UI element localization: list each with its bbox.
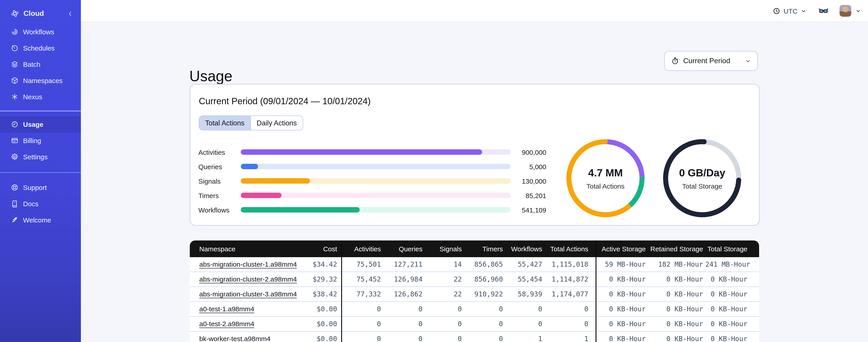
column-header-signals: Signals [425,240,464,257]
total-actions-value: 4.7 MM [588,167,623,179]
bar-fill [241,193,281,198]
namespace-usage-table: NamespaceCostActivitiesQueriesSignalsTim… [190,240,759,342]
sidebar-item-welcome[interactable]: Welcome [0,212,81,228]
brand-label: Cloud [24,9,44,18]
cell-queries: 126,984 [383,272,425,287]
sidebar-item-label: Schedules [23,44,55,52]
bar-label: Activities [198,148,241,156]
sidebar-item-usage[interactable]: Usage [0,116,81,132]
namespace-link[interactable]: abs-migration-cluster-1.a98mm4 [199,260,297,268]
welcome-icon [11,216,19,224]
table-row: a0-test-1.a98mm4$0.000000000 KB-Hour0 KB… [190,302,759,316]
bar-fill [241,207,360,212]
sidebar-divider [0,172,81,173]
cell-signals: 22 [425,272,464,287]
cell-active_storage: 59 MB-Hour [596,257,648,272]
sidebar-item-label: Settings [23,153,48,161]
namespace-link[interactable]: bk-worker-test.a98mm4 [199,335,271,342]
sidebar-item-namespaces[interactable]: Namespaces [0,72,81,89]
sidebar-item-batch[interactable]: Batch [0,56,81,72]
cell-activities: 75,501 [342,257,383,272]
cell-namespace: abs-migration-cluster-2.a98mm4 [190,272,301,287]
sidebar-item-schedules[interactable]: Schedules [0,40,81,56]
column-header-timers: Timers [464,240,505,257]
sidebar-item-billing[interactable]: Billing [0,132,81,149]
column-header-total_actions: Total Actions [545,240,596,257]
cell-timers: 0 [464,316,505,332]
bar-fill [241,178,310,184]
cell-cost: $29.32 [301,272,342,287]
sidebar: Cloud WorkflowsSchedulesBatchNamespacesN… [0,0,81,342]
namespace-link[interactable]: a0-test-1.a98mm4 [199,305,254,313]
usage-bars: Activities900,000Queries5,000Signals130,… [198,145,546,217]
bar-row-signals: Signals130,000 [198,174,546,188]
namespace-link[interactable]: abs-migration-cluster-3.a98mm4 [199,290,297,298]
cell-total_storage: 0 KB-Hour [705,272,759,287]
cell-namespace: a0-test-1.a98mm4 [190,302,301,316]
namespace-link[interactable]: abs-migration-cluster-2.a98mm4 [199,275,297,283]
sidebar-item-nexus[interactable]: Nexus [0,89,81,105]
cell-active_storage: 0 KB-Hour [596,332,648,342]
cell-total_actions: 1,115,018 [545,257,596,272]
bar-row-activities: Activities900,000 [198,145,546,159]
tab-total-actions[interactable]: Total Actions [199,116,250,130]
cell-total_storage: 0 KB-Hour [705,316,759,332]
bar-label: Signals [198,177,241,185]
sidebar-item-settings[interactable]: Settings [0,149,81,165]
chevron-down-icon [745,58,751,64]
feedback-glasses-icon[interactable] [818,6,829,16]
bar-value: 900,000 [510,148,546,156]
table-row: abs-migration-cluster-1.a98mm4$34.4275,5… [190,257,759,272]
cell-timers: 910,922 [464,287,505,302]
cell-signals: 0 [425,302,464,316]
period-selector-button[interactable]: Current Period [664,51,758,71]
sidebar-item-workflows[interactable]: Workflows [0,24,81,40]
sidebar-item-docs[interactable]: Docs [0,195,81,212]
cell-total_storage: 0 KB-Hour [705,332,759,342]
sidebar-item-support[interactable]: Support [0,179,81,195]
cell-namespace: abs-migration-cluster-1.a98mm4 [190,257,301,272]
namespace-link[interactable]: a0-test-2.a98mm4 [199,320,254,328]
app-window: Cloud WorkflowsSchedulesBatchNamespacesN… [0,0,868,342]
sidebar-item-label: Namespaces [23,76,63,84]
bar-track [241,207,510,212]
table-body: abs-migration-cluster-1.a98mm4$34.4275,5… [190,257,759,342]
cell-queries: 0 [383,316,425,332]
tab-daily-actions[interactable]: Daily Actions [250,116,303,130]
total-storage-value: 0 GB/Day [679,167,725,179]
current-period-panel: Current Period (09/01/2024 — 10/01/2024)… [190,84,760,226]
cell-queries: 0 [383,332,425,342]
cell-workflows: 55,427 [505,257,545,272]
cell-activities: 77,332 [342,287,383,302]
user-avatar[interactable] [840,5,851,17]
cell-total_storage: 0 KB-Hour [705,287,759,302]
cell-timers: 856,865 [464,257,505,272]
support-icon [11,183,19,191]
cell-namespace: abs-migration-cluster-3.a98mm4 [190,287,301,302]
table-row: bk-worker-test.a98mm4$0.000000110 KB-Hou… [190,332,759,342]
timezone-selector[interactable]: UTC [773,7,807,15]
nexus-icon [11,93,19,100]
cell-activities: 75,452 [342,272,383,287]
bar-value: 130,000 [510,177,546,185]
sidebar-item-label: Support [23,183,47,191]
table-row: abs-migration-cluster-2.a98mm4$29.3275,4… [190,272,759,287]
namespaces-icon [11,76,19,84]
bar-track [241,193,510,198]
cell-signals: 14 [425,257,464,272]
cell-workflows: 0 [505,302,545,316]
cell-signals: 22 [425,287,464,302]
chevron-down-icon [801,8,807,14]
sidebar-collapse-chevron-icon[interactable] [67,10,74,17]
total-storage-label: Total Storage [682,182,722,190]
bar-value: 5,000 [510,163,546,170]
table-row: a0-test-2.a98mm4$0.000000000 KB-Hour0 KB… [190,316,759,332]
cell-signals: 0 [425,316,464,332]
panel-title: Current Period (09/01/2024 — 10/01/2024) [199,96,371,106]
bar-track [241,178,510,184]
column-header-active_storage: Active Storage [596,240,648,257]
bar-fill [241,149,482,155]
cell-total_actions: 1,114,872 [545,272,596,287]
column-header-queries: Queries [383,240,425,257]
user-menu-chevron-icon[interactable] [855,8,861,14]
